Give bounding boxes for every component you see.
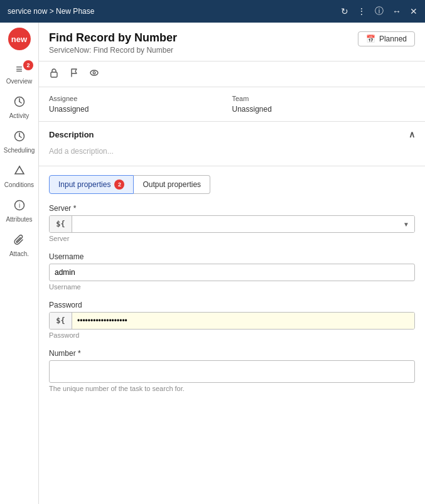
password-field-group: Password ${ Password bbox=[49, 301, 415, 339]
sidebar-item-label: Attach. bbox=[9, 250, 29, 257]
server-input[interactable] bbox=[72, 216, 414, 232]
svg-line-2 bbox=[19, 102, 21, 103]
input-tab-badge: 2 bbox=[114, 180, 124, 190]
page-subtitle: ServiceNow: Find Record by Number bbox=[49, 46, 177, 55]
properties-area: Input properties 2 Output properties Ser… bbox=[39, 166, 425, 504]
more-icon[interactable]: ⋮ bbox=[357, 6, 366, 16]
username-label: Username bbox=[49, 252, 415, 261]
attributes-icon: i bbox=[14, 200, 25, 214]
svg-rect-9 bbox=[51, 72, 57, 77]
main-content: Find Record by Number ServiceNow: Find R… bbox=[39, 23, 425, 504]
team-value: Unassigned bbox=[232, 105, 416, 114]
server-input-row: ${ ▼ bbox=[49, 215, 415, 233]
sidebar-item-label: Activity bbox=[9, 112, 30, 119]
number-input[interactable] bbox=[49, 360, 415, 383]
team-col: Team Unassigned bbox=[232, 95, 416, 114]
breadcrumb: service now > New Phase bbox=[8, 7, 94, 16]
tab-icons-row bbox=[39, 62, 425, 87]
password-input-row: ${ bbox=[49, 312, 415, 330]
sidebar-item-attach[interactable]: Attach. bbox=[0, 228, 38, 262]
activity-icon bbox=[14, 96, 25, 110]
content-header: Find Record by Number ServiceNow: Find R… bbox=[39, 23, 425, 62]
password-input[interactable] bbox=[72, 313, 414, 329]
number-label: Number * bbox=[49, 349, 415, 358]
tab-input-properties[interactable]: Input properties 2 bbox=[49, 175, 134, 194]
username-hint: Username bbox=[49, 283, 415, 291]
conditions-icon bbox=[14, 165, 25, 180]
server-prefix: ${ bbox=[50, 216, 72, 232]
number-hint: The unique number of the task to search … bbox=[49, 385, 415, 392]
sidebar-item-attributes[interactable]: i Attributes bbox=[0, 193, 38, 228]
password-hint: Password bbox=[49, 331, 415, 339]
overview-badge: 2 bbox=[23, 60, 33, 70]
sidebar: new ≡ 2 Overview Activity bbox=[0, 23, 39, 504]
sidebar-item-overview[interactable]: ≡ 2 Overview bbox=[0, 56, 38, 90]
svg-marker-6 bbox=[15, 166, 24, 174]
expand-icon[interactable]: ↔ bbox=[392, 6, 401, 16]
number-field-group: Number * The unique number of the task t… bbox=[49, 349, 415, 392]
refresh-icon[interactable]: ↻ bbox=[341, 6, 348, 16]
eye-tab-icon[interactable] bbox=[89, 68, 99, 80]
server-field-group: Server * ${ ▼ Server bbox=[49, 204, 415, 242]
app-logo[interactable]: new bbox=[8, 28, 31, 50]
sidebar-item-label: Conditions bbox=[4, 181, 34, 188]
page-title: Find Record by Number bbox=[49, 31, 177, 45]
username-field-group: Username Username bbox=[49, 252, 415, 291]
flag-tab-icon[interactable] bbox=[69, 68, 79, 80]
svg-point-11 bbox=[93, 72, 95, 74]
password-label: Password bbox=[49, 301, 415, 309]
sidebar-item-conditions[interactable]: Conditions bbox=[0, 159, 38, 193]
server-dropdown-arrow[interactable]: ▼ bbox=[403, 221, 409, 228]
svg-point-10 bbox=[90, 70, 98, 75]
overview-icon: ≡ bbox=[16, 63, 23, 76]
planned-button[interactable]: 📅 Planned bbox=[358, 31, 415, 46]
assignee-label: Assignee bbox=[49, 95, 232, 102]
sidebar-item-scheduling[interactable]: Scheduling bbox=[0, 124, 38, 159]
info-icon[interactable]: ⓘ bbox=[375, 6, 384, 17]
sidebar-item-label: Attributes bbox=[6, 216, 32, 223]
lock-tab-icon[interactable] bbox=[49, 68, 59, 80]
team-label: Team bbox=[232, 95, 416, 102]
scheduling-icon bbox=[14, 131, 25, 145]
attach-icon bbox=[14, 234, 25, 249]
description-label: Description bbox=[49, 130, 94, 139]
assignee-value: Unassigned bbox=[49, 105, 232, 114]
sidebar-item-activity[interactable]: Activity bbox=[0, 90, 38, 124]
svg-text:i: i bbox=[18, 202, 19, 209]
server-hint: Server bbox=[49, 235, 415, 242]
password-prefix: ${ bbox=[50, 313, 72, 329]
collapse-icon[interactable]: ∧ bbox=[409, 129, 415, 139]
calendar-icon: 📅 bbox=[366, 35, 375, 43]
assignee-col: Assignee Unassigned bbox=[49, 95, 232, 114]
properties-tabs: Input properties 2 Output properties bbox=[49, 175, 415, 194]
sidebar-item-label: Overview bbox=[6, 78, 33, 85]
description-section: Description ∧ Add a description... bbox=[39, 122, 425, 166]
close-icon[interactable]: ✕ bbox=[410, 6, 417, 16]
assignee-team-row: Assignee Unassigned Team Unassigned bbox=[39, 87, 425, 122]
svg-line-5 bbox=[19, 136, 21, 137]
username-input[interactable] bbox=[49, 264, 415, 281]
tab-output-properties[interactable]: Output properties bbox=[134, 175, 210, 194]
description-placeholder[interactable]: Add a description... bbox=[49, 144, 415, 158]
sidebar-item-label: Scheduling bbox=[4, 147, 35, 154]
top-bar: service now > New Phase ↻ ⋮ ⓘ ↔ ✕ bbox=[0, 0, 425, 23]
server-label: Server * bbox=[49, 204, 415, 213]
